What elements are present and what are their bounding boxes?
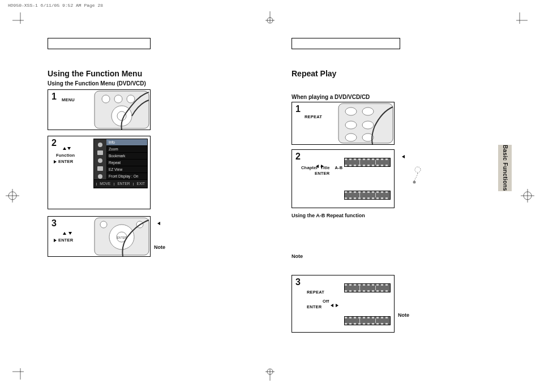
osd-menu: Info Zoom Bookmark Repeat EZ View Front … — [93, 139, 148, 188]
right-step1-panel: 1 REPEAT — [292, 102, 395, 145]
left-subheading: Using the Function Menu (DVD/VCD) — [48, 80, 146, 87]
osd-row[interactable]: Zoom — [106, 146, 147, 153]
right-heading: Repeat Play — [292, 69, 336, 79]
timeline-strip — [344, 283, 391, 292]
svg-point-32 — [100, 221, 107, 228]
arrow-left-icon — [331, 304, 333, 307]
play-icon — [54, 160, 57, 163]
arrow-down-icon — [67, 147, 71, 150]
off-label: Off — [323, 299, 329, 304]
repeat-button-label: REPEAT — [307, 290, 324, 295]
right-step3-panel: 3 REPEAT Off ENTER — [292, 275, 395, 333]
osd-row[interactable]: Bookmark — [106, 153, 147, 160]
repeat-options-label: Chapter Title A-B — [301, 166, 342, 170]
svg-point-42 — [415, 167, 421, 173]
arrow-down-icon — [68, 232, 72, 235]
step-number: 3 — [295, 278, 301, 287]
osd-row[interactable]: EZ View — [106, 166, 147, 173]
step-number: 2 — [295, 152, 301, 161]
enter-label: ENTER — [315, 171, 329, 176]
page-spread: HD950-XSS-1 6/11/05 9:52 AM Page 28 — [0, 0, 540, 392]
osd-row[interactable]: Repeat — [106, 160, 147, 166]
repeat-button-label: REPEAT — [305, 115, 322, 119]
enter-label: ENTER — [307, 305, 322, 309]
arrow-left-icon — [402, 150, 405, 161]
osd-footer: MOVE ENTER EXIT — [94, 179, 147, 188]
arrow-up-icon — [63, 147, 66, 150]
svg-point-21 — [127, 95, 135, 103]
arrow-up-icon — [63, 232, 66, 235]
osd-row[interactable]: Info — [106, 139, 147, 146]
menu-button-label: MENU — [62, 98, 75, 102]
svg-point-43 — [413, 181, 416, 184]
right-chapter-bar — [292, 38, 400, 49]
right-step2-panel: 2 Chapter Title A-B ENTER — [292, 149, 395, 208]
step-number: 3 — [52, 219, 57, 228]
function-label: Function — [56, 153, 75, 158]
svg-point-23 — [117, 111, 126, 120]
section-tab-label: Basic Functions — [502, 145, 508, 191]
timeline-strip — [344, 158, 391, 167]
callout-ring-icon — [411, 165, 425, 184]
svg-point-24 — [98, 143, 102, 147]
timeline-strip — [344, 316, 391, 325]
play-icon — [54, 239, 57, 242]
remote-illustration: ENTER — [93, 217, 150, 256]
ab-repeat-heading: Using the A-B Repeat function — [292, 213, 365, 219]
svg-point-20 — [114, 95, 122, 103]
enter-label: ENTER — [58, 238, 73, 243]
up-down-arrows — [63, 147, 71, 151]
step-number: 1 — [52, 92, 57, 101]
left-step2-panel: 2 Function ENTER Info Zoom Bookmark Repe… — [48, 136, 151, 209]
left-heading: Using the Function Menu — [48, 69, 142, 79]
left-step1-panel: 1 MENU — [48, 89, 151, 130]
arrow-right-icon — [336, 304, 338, 307]
svg-text:ENTER: ENTER — [117, 236, 127, 239]
note-label: Note — [154, 244, 165, 251]
svg-point-26 — [98, 158, 102, 163]
left-step3-panel: 3 ENTER ENTER — [48, 216, 151, 257]
step-number: 2 — [52, 139, 57, 148]
enter-label: ENTER — [58, 160, 73, 164]
left-chapter-bar — [48, 38, 151, 49]
step-number: 1 — [295, 105, 301, 114]
note-label: Note — [292, 253, 303, 260]
note-label: Note — [398, 312, 409, 318]
timeline-strip — [344, 191, 391, 200]
svg-point-38 — [345, 121, 357, 129]
remote-illustration — [93, 90, 150, 130]
svg-rect-25 — [97, 150, 103, 155]
svg-rect-27 — [97, 166, 103, 171]
svg-point-19 — [102, 95, 110, 103]
remote-illustration — [337, 102, 394, 144]
right-subheading: When playing a DVD/VCD/CD — [292, 94, 370, 101]
section-tab: Basic Functions — [498, 145, 512, 191]
svg-point-40 — [345, 133, 357, 141]
svg-point-28 — [98, 174, 102, 179]
osd-rows: Info Zoom Bookmark Repeat EZ View Front … — [106, 139, 147, 180]
arrow-left-icon — [157, 217, 160, 227]
svg-point-37 — [362, 107, 374, 115]
svg-point-39 — [362, 121, 374, 129]
svg-point-36 — [345, 107, 357, 115]
